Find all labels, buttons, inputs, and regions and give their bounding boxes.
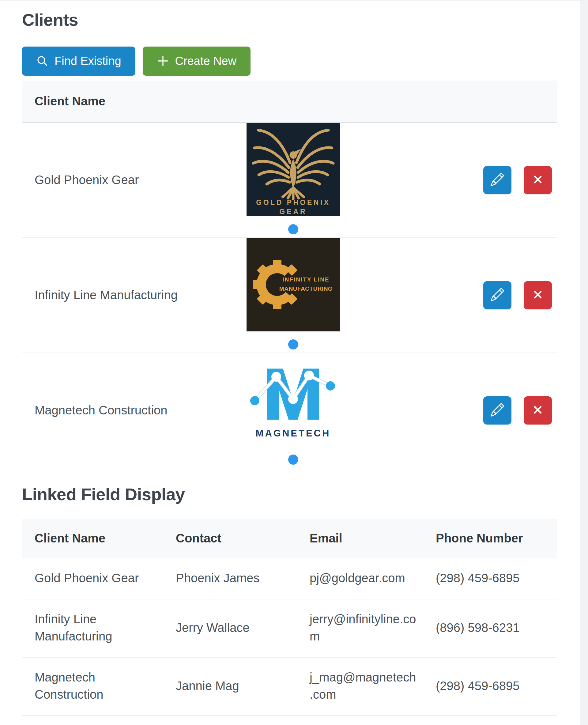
row-actions — [340, 166, 557, 194]
search-icon — [36, 55, 48, 67]
x-icon — [532, 289, 544, 302]
find-existing-button[interactable]: Find Existing — [22, 46, 135, 76]
cell-text: Gold Phoenix Gear — [35, 569, 139, 586]
cell-text: Jerry Wallace — [176, 621, 250, 634]
phone-cell: (298) 459-6895 — [423, 558, 557, 599]
row-actions — [340, 396, 557, 424]
cell-text: j_mag@magnetech.com — [310, 669, 417, 703]
scrollbar-track[interactable] — [580, 1, 588, 725]
create-new-button[interactable]: Create New — [143, 46, 251, 76]
clients-table: Client Name Gold Phoenix Gear — [22, 81, 557, 468]
edit-button[interactable] — [483, 166, 511, 194]
column-header-client-name: Client Name — [22, 519, 163, 558]
infinity-line-manufacturing-logo: INFINITY LINE MANUFACTURING — [247, 238, 340, 331]
x-icon — [532, 174, 544, 186]
column-header-email: Email — [297, 519, 423, 558]
section-title-linked-field-display: Linked Field Display — [22, 485, 557, 504]
pencil-icon — [490, 173, 504, 187]
blue-dot-indicator — [288, 455, 298, 465]
email-cell: pj@goldgear.com — [297, 558, 423, 599]
create-new-label: Create New — [175, 55, 237, 68]
table-row: Magnetech Construction M MAGNETECH — [22, 353, 557, 468]
find-existing-label: Find Existing — [55, 55, 121, 68]
table-row: Magnetech Construction Jannie Mag j_mag@… — [22, 657, 557, 716]
logo-monogram: M — [264, 355, 322, 433]
logo-text-line1: GOLD PHOENIX — [256, 199, 330, 206]
cell-text: Jannie Mag — [176, 679, 239, 692]
client-name-cell: Infinity Line Manufacturing — [22, 599, 163, 657]
linked-field-display-table: Client Name Contact Email Phone Number G… — [22, 519, 557, 716]
column-header-contact: Contact — [163, 519, 297, 558]
client-name-cell: Gold Phoenix Gear — [22, 173, 247, 187]
cell-text: (298) 459-6895 — [436, 571, 520, 585]
logo-text: MAGNETECH — [256, 428, 331, 439]
contact-cell: Jannie Mag — [163, 657, 297, 716]
client-name-cell: Infinity Line Manufacturing — [22, 288, 247, 302]
delete-button[interactable] — [524, 166, 552, 194]
page-title: Clients — [22, 11, 557, 29]
blue-dot-indicator — [288, 339, 298, 350]
phone-cell: (298) 459-6895 — [423, 657, 557, 716]
blue-dot-indicator — [288, 224, 298, 234]
plus-icon — [157, 55, 169, 67]
linked-table-header-row: Client Name Contact Email Phone Number — [22, 519, 557, 558]
client-name-cell: Magnetech Construction — [22, 657, 163, 716]
logo-text-line2: MANUFACTURING — [279, 286, 333, 292]
table-row: Infinity Line Manufacturing — [22, 238, 557, 353]
phone-cell: (896) 598-6231 — [423, 599, 557, 657]
edit-button[interactable] — [483, 281, 511, 309]
table-row: Gold Phoenix Gear Phoenix James pj@goldg… — [22, 558, 557, 599]
row-actions — [340, 281, 557, 309]
client-name-cell: Magnetech Construction — [22, 403, 247, 417]
gold-phoenix-gear-logo: GOLD PHOENIX GEAR — [247, 123, 340, 216]
client-name-cell: Gold Phoenix Gear — [22, 558, 163, 599]
client-name-column-header: Client Name — [35, 94, 105, 108]
clients-table-header: Client Name — [22, 81, 557, 123]
column-header-phone-number: Phone Number — [423, 519, 557, 558]
table-row: Infinity Line Manufacturing Jerry Wallac… — [22, 599, 557, 657]
delete-button[interactable] — [524, 281, 552, 309]
client-logo-cell: INFINITY LINE MANUFACTURING — [247, 238, 340, 353]
pencil-icon — [490, 288, 504, 302]
contact-cell: Phoenix James — [163, 558, 297, 599]
contact-cell: Jerry Wallace — [163, 599, 297, 657]
x-icon — [532, 404, 544, 417]
cell-text: Magnetech Construction — [35, 669, 157, 703]
page-content: Clients Find Existing Create New Clien — [22, 11, 557, 716]
table-row: Gold Phoenix Gear — [22, 123, 557, 238]
magnetech-logo: M MAGNETECH — [247, 353, 340, 447]
cell-text: (298) 459-6895 — [436, 679, 520, 692]
logo-text-line1: INFINITY LINE — [282, 276, 329, 283]
cell-text: pj@goldgear.com — [310, 569, 405, 586]
cell-text: jerry@infinityline.com — [310, 610, 417, 645]
cell-text: (896) 598-6231 — [436, 621, 520, 634]
cell-text: Infinity Line Manufacturing — [35, 610, 157, 645]
delete-button[interactable] — [524, 396, 552, 424]
toolbar: Find Existing Create New — [22, 46, 557, 76]
client-logo-cell: M MAGNETECH — [247, 353, 340, 468]
logo-text-line2: GEAR — [279, 208, 307, 215]
email-cell: jerry@infinityline.com — [297, 599, 423, 657]
pencil-icon — [490, 403, 504, 417]
email-cell: j_mag@magnetech.com — [297, 657, 423, 716]
client-logo-cell: GOLD PHOENIX GEAR — [247, 123, 340, 237]
edit-button[interactable] — [483, 396, 511, 424]
cell-text: Phoenix James — [176, 571, 259, 585]
